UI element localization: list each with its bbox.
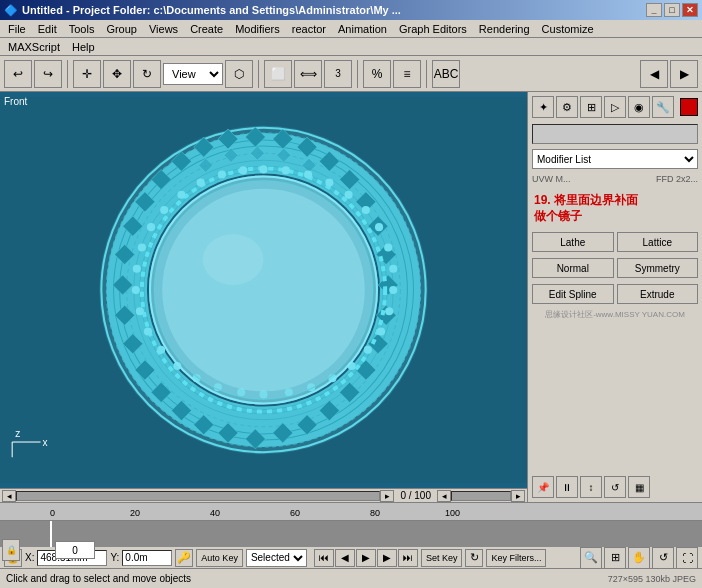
- scroll-down-button[interactable]: ▸: [511, 490, 525, 502]
- minimize-button[interactable]: _: [646, 3, 662, 17]
- lattice-button[interactable]: Lattice: [617, 232, 699, 252]
- viewport-scrollbar: ◂ ▸ 0 / 100 ◂ ▸: [0, 488, 527, 502]
- percent-button[interactable]: %: [363, 60, 391, 88]
- menu-help[interactable]: Help: [66, 40, 101, 54]
- svg-point-77: [133, 265, 141, 273]
- timeline-ruler: 0 20 40 60 80 100: [0, 503, 702, 521]
- scale-button[interactable]: ⬡: [225, 60, 253, 88]
- mirror-button[interactable]: ⟺: [294, 60, 322, 88]
- menu-group[interactable]: Group: [100, 22, 143, 36]
- array-button[interactable]: 3: [324, 60, 352, 88]
- redo-button[interactable]: ↪: [34, 60, 62, 88]
- orbit-button[interactable]: ↺: [652, 547, 674, 569]
- status-bar: Click and drag to select and move object…: [0, 568, 702, 588]
- menu-modifiers[interactable]: Modifiers: [229, 22, 286, 36]
- anim-icon[interactable]: ↻: [465, 549, 483, 567]
- viewport[interactable]: Front: [0, 92, 527, 488]
- prev-frame-button[interactable]: ◀: [640, 60, 668, 88]
- menu-create[interactable]: Create: [184, 22, 229, 36]
- anim-button[interactable]: ↕: [580, 476, 602, 498]
- svg-point-79: [147, 223, 155, 231]
- pan-button[interactable]: ✋: [628, 547, 650, 569]
- ruler-mark-80: 80: [370, 508, 380, 518]
- color-swatch[interactable]: [680, 98, 698, 116]
- uvwmap-label: UVW M...: [532, 174, 571, 184]
- svg-point-84: [239, 166, 247, 174]
- move-button[interactable]: ✥: [103, 60, 131, 88]
- ruler-mark-20: 20: [130, 508, 140, 518]
- menu-reactor[interactable]: reactor: [286, 22, 332, 36]
- edit-spline-button[interactable]: Edit Spline: [532, 284, 614, 304]
- maximize-vp-button[interactable]: ⛶: [676, 547, 698, 569]
- display-icon-btn[interactable]: ◉: [628, 96, 650, 118]
- svg-point-52: [282, 166, 290, 174]
- extrude-button[interactable]: Extrude: [617, 284, 699, 304]
- ruler-mark-100: 100: [445, 508, 460, 518]
- zoom-all-button[interactable]: ⊞: [604, 547, 626, 569]
- vertical-scroll-track[interactable]: [451, 491, 511, 501]
- prev-key-button[interactable]: ⏮: [314, 549, 334, 567]
- material-editor-button[interactable]: ABC: [432, 60, 460, 88]
- modifier-list-dropdown[interactable]: Modifier List: [532, 149, 698, 169]
- pin-button[interactable]: 📌: [532, 476, 554, 498]
- menu-maxscript[interactable]: MAXScript: [2, 40, 66, 54]
- menu-animation[interactable]: Animation: [332, 22, 393, 36]
- selected-dropdown[interactable]: Selected: [246, 549, 307, 567]
- zoom-button[interactable]: 🔍: [580, 547, 602, 569]
- set-key-button[interactable]: Set Key: [421, 549, 463, 567]
- motion-icon-btn[interactable]: ▷: [604, 96, 626, 118]
- lock-button[interactable]: ⏸: [556, 476, 578, 498]
- ruler-mark-0: 0: [50, 508, 55, 518]
- hierarchy-icon-btn[interactable]: ⊞: [580, 96, 602, 118]
- color-input[interactable]: [532, 124, 698, 144]
- modify-icon-btn[interactable]: ⚙: [556, 96, 578, 118]
- svg-point-74: [144, 327, 152, 335]
- y-value-input[interactable]: [122, 550, 172, 566]
- next-frame-pb-button[interactable]: ▶: [377, 549, 397, 567]
- lathe-button[interactable]: Lathe: [532, 232, 614, 252]
- symmetry-button[interactable]: Symmetry: [617, 258, 699, 278]
- maximize-button[interactable]: □: [664, 3, 680, 17]
- menu-file[interactable]: File: [2, 22, 32, 36]
- auto-key-button[interactable]: Auto Key: [196, 549, 243, 567]
- menu-tools[interactable]: Tools: [63, 22, 101, 36]
- menu-views[interactable]: Views: [143, 22, 184, 36]
- current-frame-display[interactable]: 0: [55, 541, 95, 559]
- next-frame-button[interactable]: ▶: [670, 60, 698, 88]
- undo-button[interactable]: ↩: [4, 60, 32, 88]
- select-filter-button[interactable]: ⬜: [264, 60, 292, 88]
- close-button[interactable]: ✕: [682, 3, 698, 17]
- menu-rendering[interactable]: Rendering: [473, 22, 536, 36]
- menu-edit[interactable]: Edit: [32, 22, 63, 36]
- key-filters-button[interactable]: Key Filters...: [486, 549, 546, 567]
- select-button[interactable]: ✛: [73, 60, 101, 88]
- create-icon-btn[interactable]: ✦: [532, 96, 554, 118]
- svg-point-60: [389, 286, 397, 294]
- frame-range-label: 0 / 100: [394, 490, 437, 501]
- scroll-right-button[interactable]: ▸: [380, 490, 394, 502]
- svg-point-63: [364, 346, 372, 354]
- prev-frame-pb-button[interactable]: ◀: [335, 549, 355, 567]
- scroll-track[interactable]: [16, 491, 380, 501]
- play-button[interactable]: ▶: [356, 549, 376, 567]
- svg-point-82: [197, 179, 205, 187]
- refresh-button[interactable]: ↺: [604, 476, 626, 498]
- svg-point-80: [160, 206, 168, 214]
- scroll-left-button[interactable]: ◂: [2, 490, 16, 502]
- menu-customize[interactable]: Customize: [536, 22, 600, 36]
- annotation-text: 19. 将里面边界补面 做个镜子: [532, 191, 698, 226]
- timeline-lock-button[interactable]: 🔒: [2, 539, 20, 561]
- view-dropdown[interactable]: View: [163, 63, 223, 85]
- scroll-up-button[interactable]: ◂: [437, 490, 451, 502]
- align-button[interactable]: ≡: [393, 60, 421, 88]
- rotate-button[interactable]: ↻: [133, 60, 161, 88]
- key-icon[interactable]: 🔑: [175, 549, 193, 567]
- svg-point-75: [136, 307, 144, 315]
- menu-graph-editors[interactable]: Graph Editors: [393, 22, 473, 36]
- options-button[interactable]: ▦: [628, 476, 650, 498]
- normal-button[interactable]: Normal: [532, 258, 614, 278]
- utilities-icon-btn[interactable]: 🔧: [652, 96, 674, 118]
- timeline-track[interactable]: 🔒 0: [0, 521, 702, 547]
- next-key-button[interactable]: ⏭: [398, 549, 418, 567]
- timeline-indicator: [50, 521, 52, 547]
